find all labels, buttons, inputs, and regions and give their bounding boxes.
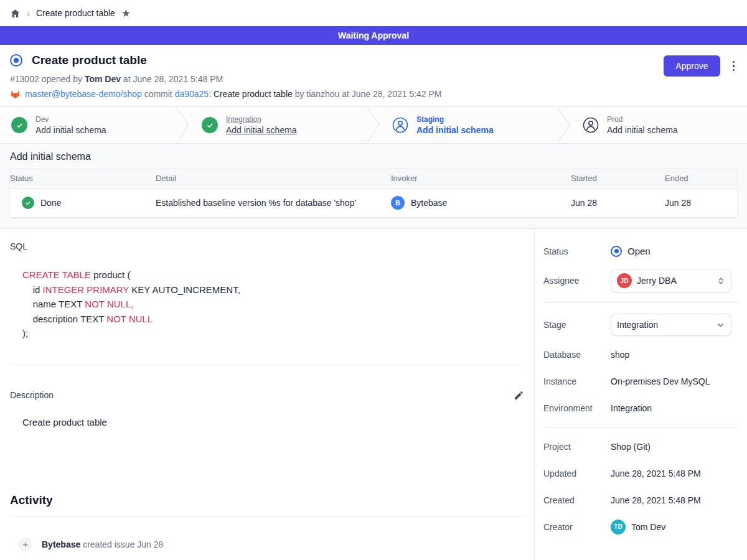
pipeline-stages: DevAdd initial schema IntegrationAdd ini… bbox=[0, 106, 747, 144]
assignee-row: Assignee JD Jerry DBA bbox=[543, 264, 738, 297]
gitlab-icon bbox=[10, 89, 21, 99]
column-status: Status bbox=[10, 169, 156, 188]
status-row: Status Open bbox=[543, 238, 738, 264]
issue-meta: #13002 opened by Tom Dev at June 28, 202… bbox=[10, 74, 737, 84]
stage-separator bbox=[557, 107, 571, 143]
commit-text: master@bytebase-demo/shop commit da90a25… bbox=[25, 89, 442, 99]
activity-item: + Bytebase created issue Jun 28 bbox=[19, 538, 524, 551]
more-actions-icon[interactable] bbox=[730, 58, 738, 74]
stage-task-label: Add initial schema bbox=[226, 125, 297, 135]
edit-icon[interactable] bbox=[514, 390, 524, 401]
sidebar-divider bbox=[543, 302, 738, 303]
creator-row: Creator TDTom Dev bbox=[543, 513, 738, 540]
sql-label: SQL bbox=[10, 241, 524, 251]
column-ended: Ended bbox=[665, 169, 737, 188]
breadcrumb-title[interactable]: Create product table bbox=[36, 8, 115, 18]
environment-value: Integration bbox=[611, 403, 652, 413]
page-title: Create product table bbox=[32, 54, 147, 67]
table-row[interactable]: Done Established baseline version %s for… bbox=[10, 189, 737, 217]
stage-select[interactable]: Integration bbox=[611, 314, 731, 336]
stage-env-label: Integration bbox=[226, 115, 297, 124]
project-value: Shop (Git) bbox=[611, 442, 651, 452]
commit-branch-link[interactable]: master@bytebase-demo/shop bbox=[25, 89, 142, 99]
stage-value: Integration bbox=[617, 320, 658, 330]
timeline-line bbox=[26, 553, 26, 560]
issue-header: Create product table Approve #13002 open… bbox=[0, 45, 747, 106]
database-row: Database shop bbox=[543, 341, 738, 368]
approve-button[interactable]: Approve bbox=[664, 55, 720, 77]
stage-prod[interactable]: ProdAdd initial schema bbox=[571, 107, 747, 143]
instance-value: On-premises Dev MySQL bbox=[611, 376, 710, 386]
column-started: Started bbox=[571, 169, 665, 188]
sidebar-divider bbox=[543, 427, 738, 427]
stage-dev[interactable]: DevAdd initial schema bbox=[0, 107, 176, 143]
issue-detail-panel: SQL CREATE TABLE product ( id INTEGER PR… bbox=[0, 229, 534, 560]
sql-statement: CREATE TABLE product ( id INTEGER PRIMAR… bbox=[22, 268, 524, 341]
star-icon[interactable]: ★ bbox=[121, 8, 131, 19]
database-value: shop bbox=[611, 350, 629, 360]
activity-actor: Bytebase bbox=[42, 539, 80, 549]
issue-sidebar: Status Open Assignee JD Jerry DBA Stage … bbox=[534, 229, 747, 560]
description-text[interactable]: Create product table bbox=[22, 417, 524, 427]
stage-task-label: Add initial schema bbox=[416, 125, 494, 135]
issue-author: Tom Dev bbox=[85, 74, 121, 84]
updated-value: June 28, 2021 5:48 PM bbox=[611, 469, 701, 478]
issue-opened-at: at June 28, 2021 5:48 PM bbox=[121, 74, 223, 84]
environment-row: Environment Integration bbox=[543, 394, 738, 421]
table-header: Status Detail Invoker Started Ended bbox=[10, 169, 737, 189]
check-icon bbox=[202, 117, 218, 133]
task-detail: Established baseline version %s for data… bbox=[156, 190, 391, 215]
assignee-select[interactable]: JD Jerry DBA bbox=[611, 269, 731, 292]
stage-separator bbox=[176, 107, 190, 143]
stage-env-label: Staging bbox=[416, 115, 494, 124]
check-icon bbox=[22, 197, 34, 209]
task-ended: Jun 28 bbox=[665, 190, 737, 215]
stage-row: Stage Integration bbox=[543, 309, 738, 341]
invoker-avatar: B bbox=[391, 196, 405, 210]
open-status-icon bbox=[611, 246, 622, 257]
creator-name: Tom Dev bbox=[631, 522, 665, 532]
status-banner: Waiting Approval bbox=[0, 26, 747, 45]
plus-icon: + bbox=[19, 538, 32, 551]
assignee-name: Jerry DBA bbox=[637, 276, 677, 286]
issue-open-icon bbox=[10, 54, 22, 67]
updown-chevron-icon bbox=[716, 276, 725, 286]
task-invoker: Bytebase bbox=[411, 198, 447, 208]
breadcrumb: › Create product table ★ bbox=[0, 0, 747, 26]
status-value: Open bbox=[627, 246, 651, 256]
stage-task-label: Add initial schema bbox=[607, 125, 678, 135]
task-status: Done bbox=[40, 198, 61, 208]
task-started: Jun 28 bbox=[571, 190, 665, 215]
chevron-down-icon bbox=[716, 320, 725, 330]
commit-author-time: by tianzhou at June 28, 2021 5:42 PM bbox=[293, 89, 442, 99]
column-detail: Detail bbox=[156, 169, 391, 188]
stage-staging[interactable]: StagingAdd initial schema bbox=[381, 107, 557, 143]
check-icon bbox=[11, 117, 27, 133]
updated-row: Updated June 28, 2021 5:48 PM bbox=[543, 460, 738, 487]
stage-env-label: Dev bbox=[35, 115, 106, 124]
creator-avatar: TD bbox=[611, 520, 626, 534]
issue-id-text: #13002 opened by bbox=[10, 74, 85, 84]
person-icon bbox=[392, 117, 408, 133]
commit-message: Create product table bbox=[214, 89, 293, 99]
column-invoker: Invoker bbox=[391, 169, 571, 188]
assignee-avatar: JD bbox=[617, 273, 632, 288]
stage-separator bbox=[366, 107, 381, 143]
activity-action: created issue Jun 28 bbox=[80, 539, 163, 549]
task-section-title: Add initial schema bbox=[10, 151, 737, 162]
person-icon bbox=[583, 117, 599, 133]
task-section: Add initial schema Status Detail Invoker… bbox=[0, 144, 747, 229]
task-table: Status Detail Invoker Started Ended Done… bbox=[10, 169, 737, 217]
project-row: Project Shop (Git) bbox=[543, 433, 738, 460]
commit-line: master@bytebase-demo/shop commit da90a25… bbox=[10, 89, 737, 99]
status-banner-text: Waiting Approval bbox=[338, 30, 409, 40]
chevron-right-icon: › bbox=[27, 8, 30, 19]
home-icon[interactable] bbox=[10, 8, 21, 19]
description-label: Description bbox=[10, 390, 54, 400]
activity-heading: Activity bbox=[10, 493, 524, 507]
created-value: June 28, 2021 5:48 PM bbox=[611, 495, 701, 505]
created-row: Created June 28, 2021 5:48 PM bbox=[543, 487, 738, 513]
instance-row: Instance On-premises Dev MySQL bbox=[543, 368, 738, 394]
stage-integration[interactable]: IntegrationAdd initial schema bbox=[190, 107, 366, 143]
commit-hash-link[interactable]: da90a25 bbox=[175, 89, 209, 99]
